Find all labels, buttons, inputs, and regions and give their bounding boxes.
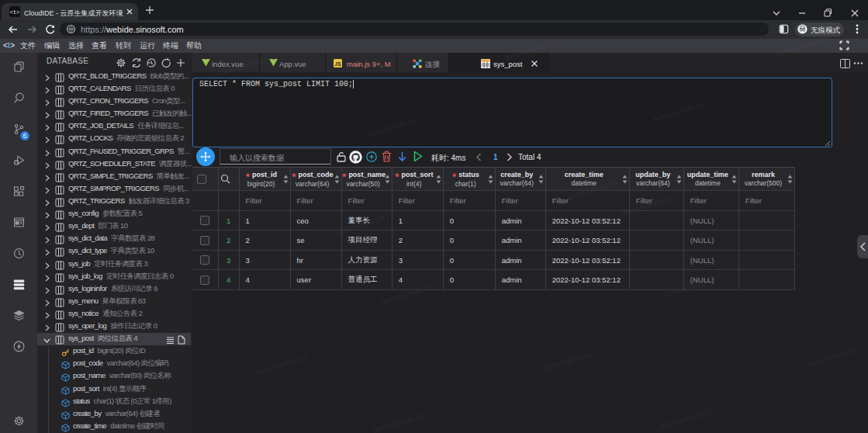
svg-text:JS: JS	[335, 61, 342, 67]
